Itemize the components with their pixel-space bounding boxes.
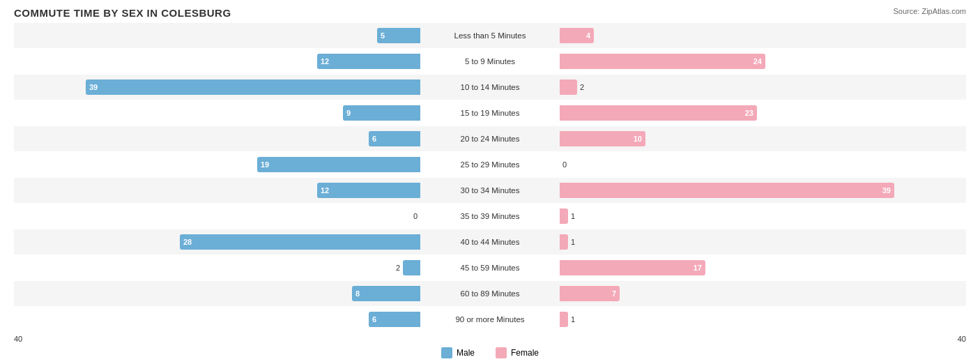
legend-male-label: Male — [457, 348, 475, 358]
female-side: 23 — [560, 105, 757, 121]
female-value-inside: 23 — [745, 109, 757, 117]
female-bar: 39 — [560, 183, 894, 198]
table-row: 39 10 to 14 Minutes 2 — [14, 75, 966, 100]
male-value-inside: 5 — [377, 31, 385, 40]
male-side: 5 — [377, 28, 420, 43]
table-row: 6 90 or more Minutes 1 — [14, 307, 966, 332]
row-label: 5 to 9 Minutes — [420, 57, 560, 66]
row-label: 35 to 39 Minutes — [420, 212, 560, 220]
female-side: 24 — [560, 54, 765, 69]
legend-female-box — [496, 347, 507, 358]
male-side: 12 — [317, 183, 420, 198]
female-bar — [560, 234, 568, 250]
row-label: 30 to 34 Minutes — [420, 186, 560, 195]
female-bar: 4 — [560, 28, 594, 43]
female-side: 0 — [560, 157, 567, 172]
table-row: 6 20 to 24 Minutes 10 — [14, 126, 966, 151]
male-side: 6 — [369, 312, 420, 327]
male-bar: 19 — [257, 157, 420, 172]
male-bar — [403, 260, 420, 275]
row-label: 60 to 89 Minutes — [420, 289, 560, 298]
axis-bottom: 40 40 — [14, 335, 966, 343]
male-side: 39 — [86, 79, 420, 95]
row-label: 40 to 44 Minutes — [420, 238, 560, 246]
female-side: 4 — [560, 28, 594, 43]
legend-male: Male — [441, 347, 475, 358]
female-side: 39 — [560, 183, 894, 198]
male-value-inside: 28 — [180, 238, 192, 246]
male-bar: 6 — [369, 131, 420, 146]
female-side: 7 — [560, 286, 620, 301]
female-value-inside: 10 — [634, 135, 645, 143]
male-bar: 6 — [369, 312, 420, 327]
row-label: 15 to 19 Minutes — [420, 109, 560, 117]
axis-right-label: 40 — [958, 335, 966, 343]
female-value-inside: 7 — [612, 289, 620, 298]
female-value-inside: 39 — [882, 186, 894, 195]
female-side: 2 — [560, 79, 584, 95]
male-value-inside: 39 — [86, 83, 98, 91]
female-value-outside: 1 — [571, 238, 575, 246]
female-bar: 24 — [560, 54, 765, 69]
male-bar: 12 — [317, 54, 420, 69]
male-value-inside: 9 — [343, 109, 351, 117]
female-value-outside: 2 — [580, 83, 584, 91]
row-label: Less than 5 Minutes — [420, 31, 560, 40]
male-bar: 28 — [180, 234, 420, 250]
table-row: 12 5 to 9 Minutes 24 — [14, 49, 966, 74]
table-row: 5 Less than 5 Minutes 4 — [14, 23, 966, 48]
chart-container: COMMUTE TIME BY SEX IN COLESBURG Source:… — [0, 0, 980, 364]
female-bar: 23 — [560, 105, 757, 121]
table-row: 19 25 to 29 Minutes 0 — [14, 152, 966, 177]
male-side: 12 — [317, 54, 420, 69]
female-side: 17 — [560, 260, 705, 275]
male-bar: 8 — [352, 286, 420, 301]
male-value-inside: 8 — [352, 289, 360, 298]
table-row: 28 40 to 44 Minutes 1 — [14, 229, 966, 255]
male-bar: 5 — [377, 28, 420, 43]
axis-left-label: 40 — [14, 335, 22, 343]
table-row: 8 60 to 89 Minutes 7 — [14, 281, 966, 306]
male-value-inside: 6 — [369, 315, 376, 324]
female-side: 1 — [560, 208, 575, 224]
legend-female-label: Female — [511, 348, 539, 358]
row-label: 25 to 29 Minutes — [420, 160, 560, 169]
male-side: 0 — [413, 208, 420, 224]
female-value-inside: 4 — [586, 31, 594, 40]
row-label: 10 to 14 Minutes — [420, 83, 560, 91]
male-bar: 39 — [86, 79, 420, 95]
male-value-outside: 2 — [396, 264, 400, 272]
male-side: 28 — [180, 234, 420, 250]
row-label: 45 to 59 Minutes — [420, 264, 560, 272]
male-side: 2 — [396, 260, 420, 275]
female-bar: 7 — [560, 286, 620, 301]
chart-title: COMMUTE TIME BY SEX IN COLESBURG — [14, 7, 966, 19]
rows-area: 5 Less than 5 Minutes 4 12 5 to 9 Minute… — [14, 23, 966, 332]
male-side: 9 — [343, 105, 420, 121]
male-value-inside: 19 — [257, 160, 269, 169]
male-bar: 12 — [317, 183, 420, 198]
female-side: 10 — [560, 131, 645, 146]
row-label: 20 to 24 Minutes — [420, 135, 560, 143]
legend-male-box — [441, 347, 452, 358]
male-bar: 9 — [343, 105, 420, 121]
male-side: 6 — [369, 131, 420, 146]
table-row: 2 45 to 59 Minutes 17 — [14, 255, 966, 280]
male-side: 19 — [257, 157, 420, 172]
male-value-outside: 0 — [413, 212, 418, 220]
female-value-outside: 1 — [571, 315, 575, 324]
female-bar — [560, 79, 577, 95]
female-value-inside: 17 — [694, 264, 705, 272]
table-row: 12 30 to 34 Minutes 39 — [14, 178, 966, 203]
male-value-inside: 6 — [369, 135, 376, 143]
male-value-inside: 12 — [317, 186, 329, 195]
female-bar — [560, 312, 568, 327]
female-bar — [560, 208, 568, 224]
female-value-inside: 24 — [753, 57, 765, 66]
female-bar: 17 — [560, 260, 705, 275]
row-label: 90 or more Minutes — [420, 315, 560, 324]
table-row: 9 15 to 19 Minutes 23 — [14, 100, 966, 126]
female-value-outside: 0 — [562, 160, 567, 169]
legend-female: Female — [496, 347, 539, 358]
male-side: 8 — [352, 286, 420, 301]
